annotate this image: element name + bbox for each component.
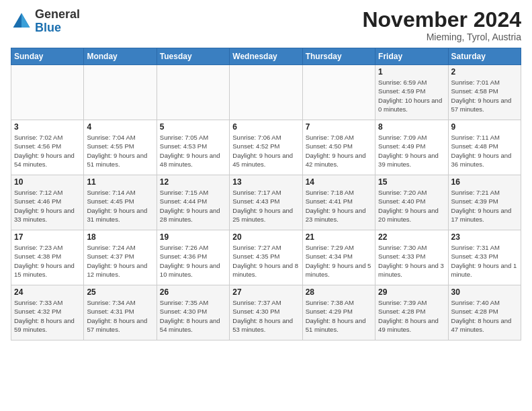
table-row: 18 Sunrise: 7:24 AMSunset: 4:37 PMDaylig… xyxy=(84,230,157,285)
day-detail: Sunrise: 7:17 AMSunset: 4:43 PMDaylight:… xyxy=(232,188,299,224)
svg-marker-1 xyxy=(21,13,30,27)
day-number: 5 xyxy=(160,122,226,132)
day-detail: Sunrise: 7:14 AMSunset: 4:45 PMDaylight:… xyxy=(87,188,153,224)
logo-blue: Blue xyxy=(35,21,61,34)
day-detail: Sunrise: 7:09 AMSunset: 4:49 PMDaylight:… xyxy=(378,133,445,169)
table-row: 28 Sunrise: 7:38 AMSunset: 4:29 PMDaylig… xyxy=(302,285,375,340)
table-row: 19 Sunrise: 7:26 AMSunset: 4:36 PMDaylig… xyxy=(157,230,229,285)
table-row xyxy=(230,65,302,120)
table-row: 26 Sunrise: 7:35 AMSunset: 4:30 PMDaylig… xyxy=(157,285,229,340)
day-detail: Sunrise: 7:30 AMSunset: 4:33 PMDaylight:… xyxy=(378,243,445,279)
calendar-week-3: 17 Sunrise: 7:23 AMSunset: 4:38 PMDaylig… xyxy=(11,230,521,285)
col-tuesday: Tuesday xyxy=(157,48,229,65)
table-row xyxy=(302,65,375,120)
table-row: 7 Sunrise: 7:08 AMSunset: 4:50 PMDayligh… xyxy=(302,120,375,175)
table-row: 27 Sunrise: 7:37 AMSunset: 4:30 PMDaylig… xyxy=(230,285,302,340)
day-number: 29 xyxy=(378,287,445,297)
calendar: Sunday Monday Tuesday Wednesday Thursday… xyxy=(11,48,521,340)
title-block: November 2024 Mieming, Tyrol, Austria xyxy=(362,8,521,42)
day-detail: Sunrise: 7:26 AMSunset: 4:36 PMDaylight:… xyxy=(160,243,226,279)
logo: General Blue xyxy=(11,8,80,35)
day-detail: Sunrise: 7:31 AMSunset: 4:33 PMDaylight:… xyxy=(451,243,518,279)
day-number: 3 xyxy=(14,122,81,132)
day-detail: Sunrise: 7:15 AMSunset: 4:44 PMDaylight:… xyxy=(160,188,226,224)
day-detail: Sunrise: 7:34 AMSunset: 4:31 PMDaylight:… xyxy=(87,298,153,334)
day-number: 14 xyxy=(306,177,372,187)
table-row: 25 Sunrise: 7:34 AMSunset: 4:31 PMDaylig… xyxy=(84,285,157,340)
table-row: 10 Sunrise: 7:12 AMSunset: 4:46 PMDaylig… xyxy=(11,175,84,230)
day-number: 13 xyxy=(232,177,299,187)
day-detail: Sunrise: 7:12 AMSunset: 4:46 PMDaylight:… xyxy=(14,188,81,224)
table-row: 4 Sunrise: 7:04 AMSunset: 4:55 PMDayligh… xyxy=(84,120,157,175)
day-detail: Sunrise: 7:40 AMSunset: 4:28 PMDaylight:… xyxy=(451,298,518,334)
table-row: 16 Sunrise: 7:21 AMSunset: 4:39 PMDaylig… xyxy=(448,175,521,230)
table-row: 13 Sunrise: 7:17 AMSunset: 4:43 PMDaylig… xyxy=(230,175,302,230)
day-detail: Sunrise: 7:21 AMSunset: 4:39 PMDaylight:… xyxy=(451,188,518,224)
month-title: November 2024 xyxy=(362,8,521,32)
day-detail: Sunrise: 7:08 AMSunset: 4:50 PMDaylight:… xyxy=(306,133,372,169)
day-detail: Sunrise: 7:27 AMSunset: 4:35 PMDaylight:… xyxy=(232,243,299,279)
calendar-week-0: 1 Sunrise: 6:59 AMSunset: 4:59 PMDayligh… xyxy=(11,65,521,120)
day-detail: Sunrise: 7:01 AMSunset: 4:58 PMDaylight:… xyxy=(451,78,518,113)
table-row xyxy=(157,65,229,120)
day-detail: Sunrise: 7:35 AMSunset: 4:30 PMDaylight:… xyxy=(160,298,226,334)
day-number: 18 xyxy=(87,232,153,242)
day-detail: Sunrise: 7:18 AMSunset: 4:41 PMDaylight:… xyxy=(306,188,372,224)
table-row xyxy=(11,65,84,120)
table-row: 20 Sunrise: 7:27 AMSunset: 4:35 PMDaylig… xyxy=(230,230,302,285)
day-detail: Sunrise: 7:29 AMSunset: 4:34 PMDaylight:… xyxy=(306,243,372,279)
table-row: 12 Sunrise: 7:15 AMSunset: 4:44 PMDaylig… xyxy=(157,175,229,230)
day-detail: Sunrise: 7:23 AMSunset: 4:38 PMDaylight:… xyxy=(14,243,81,279)
day-number: 6 xyxy=(232,122,299,132)
day-number: 15 xyxy=(378,177,445,187)
day-number: 19 xyxy=(160,232,226,242)
col-thursday: Thursday xyxy=(302,48,375,65)
day-number: 4 xyxy=(87,122,153,132)
day-detail: Sunrise: 7:05 AMSunset: 4:53 PMDaylight:… xyxy=(160,133,226,169)
col-saturday: Saturday xyxy=(448,48,521,65)
day-number: 22 xyxy=(378,232,445,242)
day-number: 21 xyxy=(306,232,372,242)
table-row: 11 Sunrise: 7:14 AMSunset: 4:45 PMDaylig… xyxy=(84,175,157,230)
table-row: 6 Sunrise: 7:06 AMSunset: 4:52 PMDayligh… xyxy=(230,120,302,175)
day-number: 2 xyxy=(451,67,518,77)
day-detail: Sunrise: 7:04 AMSunset: 4:55 PMDaylight:… xyxy=(87,133,153,169)
day-detail: Sunrise: 7:39 AMSunset: 4:28 PMDaylight:… xyxy=(378,298,445,334)
table-row: 8 Sunrise: 7:09 AMSunset: 4:49 PMDayligh… xyxy=(375,120,448,175)
calendar-week-4: 24 Sunrise: 7:33 AMSunset: 4:32 PMDaylig… xyxy=(11,285,521,340)
table-row: 3 Sunrise: 7:02 AMSunset: 4:56 PMDayligh… xyxy=(11,120,84,175)
calendar-week-1: 3 Sunrise: 7:02 AMSunset: 4:56 PMDayligh… xyxy=(11,120,521,175)
table-row: 5 Sunrise: 7:05 AMSunset: 4:53 PMDayligh… xyxy=(157,120,229,175)
logo-text: General Blue xyxy=(35,8,80,35)
day-number: 10 xyxy=(14,177,81,187)
location: Mieming, Tyrol, Austria xyxy=(362,32,521,42)
day-detail: Sunrise: 7:37 AMSunset: 4:30 PMDaylight:… xyxy=(232,298,299,334)
day-number: 7 xyxy=(306,122,372,132)
day-number: 28 xyxy=(306,287,372,297)
table-row: 30 Sunrise: 7:40 AMSunset: 4:28 PMDaylig… xyxy=(448,285,521,340)
header: General Blue November 2024 Mieming, Tyro… xyxy=(11,8,521,42)
table-row: 23 Sunrise: 7:31 AMSunset: 4:33 PMDaylig… xyxy=(448,230,521,285)
table-row: 9 Sunrise: 7:11 AMSunset: 4:48 PMDayligh… xyxy=(448,120,521,175)
col-sunday: Sunday xyxy=(11,48,84,65)
table-row xyxy=(84,65,157,120)
day-number: 16 xyxy=(451,177,518,187)
day-number: 24 xyxy=(14,287,81,297)
table-row: 29 Sunrise: 7:39 AMSunset: 4:28 PMDaylig… xyxy=(375,285,448,340)
table-row: 14 Sunrise: 7:18 AMSunset: 4:41 PMDaylig… xyxy=(302,175,375,230)
day-detail: Sunrise: 7:20 AMSunset: 4:40 PMDaylight:… xyxy=(378,188,445,224)
day-number: 26 xyxy=(160,287,226,297)
col-friday: Friday xyxy=(375,48,448,65)
day-number: 12 xyxy=(160,177,226,187)
day-number: 25 xyxy=(87,287,153,297)
day-detail: Sunrise: 7:24 AMSunset: 4:37 PMDaylight:… xyxy=(87,243,153,279)
table-row: 2 Sunrise: 7:01 AMSunset: 4:58 PMDayligh… xyxy=(448,65,521,120)
page: General Blue November 2024 Mieming, Tyro… xyxy=(0,0,532,411)
day-detail: Sunrise: 7:02 AMSunset: 4:56 PMDaylight:… xyxy=(14,133,81,169)
day-number: 17 xyxy=(14,232,81,242)
table-row: 22 Sunrise: 7:30 AMSunset: 4:33 PMDaylig… xyxy=(375,230,448,285)
day-detail: Sunrise: 6:59 AMSunset: 4:59 PMDaylight:… xyxy=(378,78,445,113)
day-number: 23 xyxy=(451,232,518,242)
calendar-week-2: 10 Sunrise: 7:12 AMSunset: 4:46 PMDaylig… xyxy=(11,175,521,230)
logo-general: General xyxy=(35,7,80,21)
